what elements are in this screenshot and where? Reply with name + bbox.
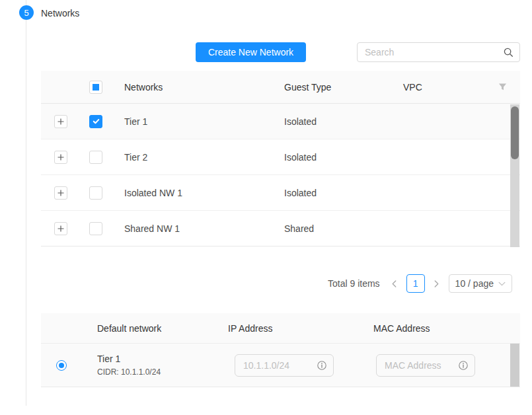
default-network-cidr: CIDR: 10.1.1.0/24 [97,367,228,377]
plus-icon [57,190,64,196]
guest-type: Shared [276,223,395,234]
expand-row-button[interactable] [54,186,67,200]
filter-icon[interactable] [498,83,507,91]
search-box[interactable] [357,42,520,62]
column-header-guest-type: Guest Type [276,82,395,93]
step-number-badge: 5 [19,5,34,20]
pagination-total: Total 9 items [328,278,380,289]
table-row[interactable]: Shared NW 1 Shared [41,211,520,246]
expand-row-button[interactable] [54,222,67,235]
table-row[interactable]: Tier 2 Isolated [41,139,520,175]
page-size-value: 10 / page [455,278,494,289]
step-title: Networks [41,8,79,19]
expand-row-button[interactable] [54,151,67,164]
chevron-down-icon [498,282,506,286]
step-number: 5 [24,8,28,18]
table-scrollbar[interactable] [510,104,519,247]
table-scrollbar[interactable] [510,344,519,387]
network-name: Tier 1 [116,116,276,127]
ip-address-input[interactable] [235,354,334,377]
guest-type: Isolated [276,152,395,163]
select-all-cell [78,81,116,94]
pagination-next-button[interactable] [430,274,443,293]
default-network-table: Default network IP Address MAC Address T… [41,313,520,387]
create-new-network-button[interactable]: Create New Network [196,42,306,62]
deployment-wizard-networks-section: 5 Networks Create New Network Networks G… [0,0,532,415]
guest-type: Isolated [276,116,395,127]
select-all-checkbox[interactable] [89,81,102,94]
chevron-right-icon [434,280,439,287]
search-icon[interactable] [504,48,513,57]
default-network-table-header: Default network IP Address MAC Address [41,313,520,344]
mac-address-input[interactable] [376,354,475,377]
check-icon [92,117,100,126]
network-name: Tier 2 [116,152,276,163]
page-size-select[interactable]: 10 / page [449,274,512,293]
step-connector-line [26,0,26,406]
row-checkbox[interactable] [89,222,102,235]
row-checkbox[interactable] [89,115,102,128]
chevron-left-icon [391,280,397,287]
guest-type: Isolated [276,188,395,198]
column-header-vpc: VPC [395,82,485,93]
network-name: Shared NW 1 [116,223,276,234]
table-row[interactable]: Isolated NW 1 Isolated [41,175,520,211]
expand-row-button[interactable] [54,115,67,128]
scrollbar-thumb[interactable] [511,106,519,159]
table-row[interactable]: Tier 1 Isolated [41,104,520,139]
plus-icon [57,118,64,125]
network-name: Isolated NW 1 [116,188,276,198]
networks-table: Networks Guest Type VPC Tier 1 Isolated … [41,71,520,246]
row-checkbox[interactable] [89,151,102,164]
pagination-page-button[interactable]: 1 [406,274,425,293]
row-checkbox[interactable] [89,186,102,200]
pagination: Total 9 items 1 10 / page [0,274,512,293]
plus-icon [57,154,64,161]
default-network-name: Tier 1 [97,354,228,364]
networks-table-header: Networks Guest Type VPC [41,71,520,104]
default-network-row[interactable]: Tier 1 CIDR: 10.1.1.0/24 [41,344,520,387]
pagination-prev-button[interactable] [388,274,401,293]
column-header-ip-address: IP Address [228,323,373,334]
default-network-radio[interactable] [56,360,67,371]
search-input[interactable] [358,43,502,61]
column-header-default-network: Default network [87,323,228,334]
column-header-networks: Networks [116,82,276,93]
column-header-mac-address: MAC Address [373,323,520,334]
plus-icon [57,225,64,232]
